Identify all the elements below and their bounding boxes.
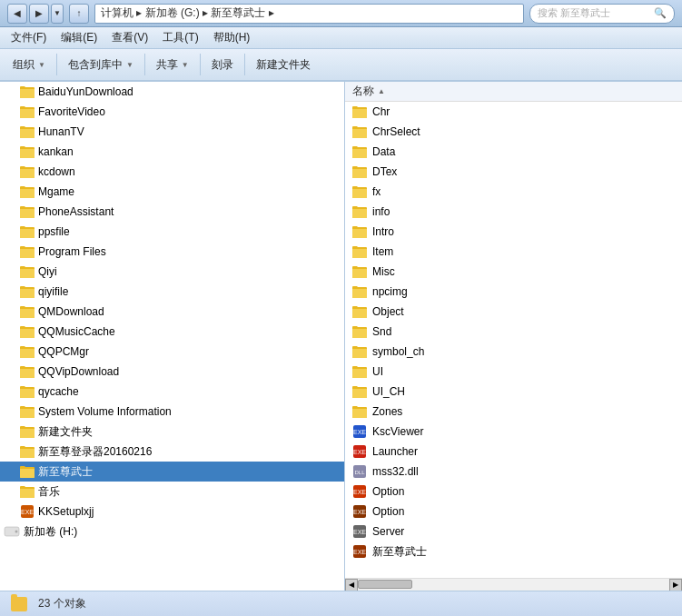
left-panel-item[interactable]: Mgame	[0, 182, 344, 202]
file-icon	[352, 144, 367, 159]
horizontal-scrollbar[interactable]: ◀ ▶	[345, 578, 682, 591]
left-panel-item[interactable]: QMDownload	[0, 302, 344, 322]
back-button[interactable]: ◀	[7, 4, 27, 24]
left-panel-item[interactable]: BaiduYunDownload	[0, 82, 344, 102]
folder-icon	[20, 445, 35, 458]
right-panel-item[interactable]: Object	[345, 302, 682, 322]
scroll-left-button[interactable]: ◀	[345, 579, 358, 591]
right-panel-item[interactable]: Chr	[345, 102, 682, 122]
item-name-label: Launcher	[372, 445, 418, 458]
right-panel[interactable]: 名称 ▲ Chr ChrSelect Data DTex fx info Int…	[345, 82, 682, 578]
left-panel-item[interactable]: kcdown	[0, 162, 344, 182]
right-panel-item[interactable]: Misc	[345, 262, 682, 282]
right-panel-item[interactable]: UI	[345, 362, 682, 382]
left-panel-item[interactable]: 新至尊武士	[0, 462, 344, 482]
left-panel-item[interactable]: qiyifile	[0, 282, 344, 302]
right-panel-item[interactable]: symbol_ch	[345, 342, 682, 362]
left-panel-item[interactable]: 音乐	[0, 482, 344, 502]
right-panel-item[interactable]: EXE KscViewer	[345, 422, 682, 442]
file-icon	[352, 324, 367, 339]
scroll-thumb[interactable]	[358, 580, 412, 589]
folder-icon	[4, 525, 20, 538]
left-panel-item[interactable]: kankan	[0, 142, 344, 162]
include-button[interactable]: 包含到库中 ▼	[61, 54, 141, 76]
right-panel-item[interactable]: UI_CH	[345, 382, 682, 402]
item-name-label: Object	[372, 305, 404, 318]
left-panel-item[interactable]: Program Files	[0, 242, 344, 262]
left-panel-item[interactable]: FavoriteVideo	[0, 102, 344, 122]
right-panel-item[interactable]: Snd	[345, 322, 682, 342]
item-name-label: KscViewer	[372, 425, 423, 438]
organize-button[interactable]: 组织 ▼	[5, 54, 53, 76]
folder-icon	[20, 325, 35, 338]
right-panel-item[interactable]: fx	[345, 182, 682, 202]
menu-tools[interactable]: 工具(T)	[155, 28, 205, 47]
search-bar[interactable]: 搜索 新至尊武士 🔍	[529, 4, 675, 24]
menu-view[interactable]: 查看(V)	[104, 28, 155, 47]
left-panel-item[interactable]: 新至尊登录器20160216	[0, 442, 344, 462]
right-panel-item[interactable]: EXE Option	[345, 482, 682, 502]
file-icon	[352, 344, 367, 359]
address-bar[interactable]: 计算机 ▸ 新加卷 (G:) ▸ 新至尊武士 ▸	[94, 4, 524, 24]
item-name-label: Intro	[372, 225, 394, 238]
toolbar-separator-3	[200, 54, 201, 75]
share-dropdown-arrow: ▼	[182, 61, 189, 69]
file-icon	[352, 164, 367, 179]
item-name-label: Server	[372, 525, 404, 538]
left-panel[interactable]: BaiduYunDownload FavoriteVideo HunanTV k…	[0, 82, 345, 591]
address-path: 计算机 ▸ 新加卷 (G:) ▸ 新至尊武士 ▸	[101, 5, 518, 21]
right-panel-item[interactable]: DLL mss32.dll	[345, 462, 682, 482]
left-panel-item[interactable]: Qiyi	[0, 262, 344, 282]
toolbar-separator-1	[56, 54, 57, 75]
folder-icon	[20, 185, 35, 198]
svg-text:EXE: EXE	[353, 529, 366, 535]
menu-help[interactable]: 帮助(H)	[206, 28, 258, 47]
right-panel-item[interactable]: EXE Launcher	[345, 442, 682, 462]
left-panel-item[interactable]: QQPCMgr	[0, 342, 344, 362]
left-panel-item[interactable]: PhoneAssistant	[0, 202, 344, 222]
right-panel-item[interactable]: ChrSelect	[345, 122, 682, 142]
left-panel-item[interactable]: System Volume Information	[0, 402, 344, 422]
title-bar: ◀ ▶ ▼ ↑ 计算机 ▸ 新加卷 (G:) ▸ 新至尊武士 ▸ 搜索 新至尊武…	[0, 0, 682, 27]
new-folder-button[interactable]: 新建文件夹	[249, 54, 318, 76]
item-label: FavoriteVideo	[38, 105, 105, 118]
nav-dropdown-button[interactable]: ▼	[51, 4, 64, 24]
item-label: 新建文件夹	[38, 424, 93, 440]
left-panel-item[interactable]: QQVipDownload	[0, 362, 344, 382]
left-panel-item[interactable]: 新建文件夹	[0, 422, 344, 442]
up-button[interactable]: ↑	[69, 4, 89, 24]
right-panel-item[interactable]: Intro	[345, 222, 682, 242]
right-panel-item[interactable]: EXE Server	[345, 522, 682, 541]
right-panel-item[interactable]: Data	[345, 142, 682, 162]
left-panel-item[interactable]: EXE KKSetuplxjj	[0, 502, 344, 522]
left-panel-item[interactable]: qycache	[0, 382, 344, 402]
right-panel-item[interactable]: info	[345, 202, 682, 222]
name-column-header[interactable]: 名称 ▲	[352, 84, 682, 99]
item-name-label: mss32.dll	[372, 465, 419, 478]
folder-icon	[20, 85, 35, 98]
file-icon	[352, 224, 367, 239]
right-panel-item[interactable]: EXE Option	[345, 502, 682, 522]
right-panel-item[interactable]: Item	[345, 242, 682, 262]
left-panel-item[interactable]: QQMusicCache	[0, 322, 344, 342]
main-content: BaiduYunDownload FavoriteVideo HunanTV k…	[0, 82, 682, 591]
burn-button[interactable]: 刻录	[204, 54, 241, 76]
right-panel-item[interactable]: EXE 新至尊武士	[345, 541, 682, 561]
right-panel-item[interactable]: npcimg	[345, 282, 682, 302]
left-panel-item[interactable]: 新加卷 (H:)	[0, 522, 344, 541]
column-header: 名称 ▲	[345, 82, 682, 102]
right-panel-item[interactable]: Zones	[345, 402, 682, 422]
left-panel-item[interactable]: HunanTV	[0, 122, 344, 142]
item-name-label: Misc	[372, 265, 395, 278]
include-dropdown-arrow: ▼	[126, 61, 133, 69]
menu-edit[interactable]: 编辑(E)	[54, 28, 104, 47]
forward-button[interactable]: ▶	[29, 4, 49, 24]
menu-file[interactable]: 文件(F)	[4, 28, 54, 47]
scroll-right-button[interactable]: ▶	[669, 579, 682, 591]
organize-dropdown-arrow: ▼	[38, 61, 45, 69]
left-panel-item[interactable]: ppsfile	[0, 222, 344, 242]
item-name-label: ChrSelect	[372, 125, 420, 138]
right-panel-item[interactable]: DTex	[345, 162, 682, 182]
share-button[interactable]: 共享 ▼	[149, 54, 196, 76]
folder-icon	[20, 105, 35, 118]
